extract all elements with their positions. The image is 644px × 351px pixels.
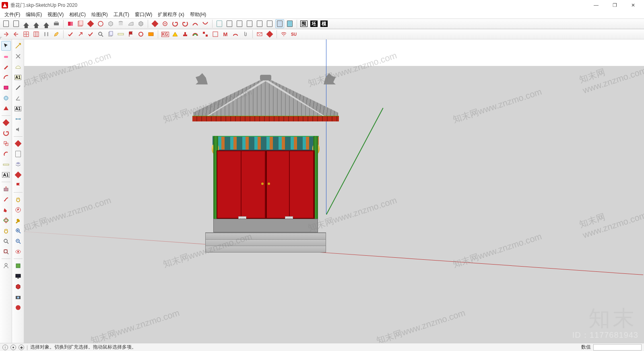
- status-geo-icon[interactable]: ◆: [19, 345, 24, 350]
- tool-print[interactable]: [52, 19, 61, 28]
- style-8-icon[interactable]: [285, 19, 294, 28]
- style-3-icon[interactable]: [235, 19, 244, 28]
- ext-dims-icon[interactable]: [13, 114, 23, 124]
- tool-open[interactable]: [12, 19, 21, 28]
- tb2-grid3-icon[interactable]: [211, 30, 220, 39]
- tb2-edit-icon[interactable]: [52, 30, 61, 39]
- ext-zoomminus-icon[interactable]: [13, 236, 23, 246]
- ext-stack-icon[interactable]: [13, 160, 23, 169]
- tb2-pillars-icon[interactable]: [42, 30, 51, 39]
- text-box-3[interactable]: 模: [320, 19, 328, 28]
- tool-pushpull[interactable]: [1, 184, 11, 194]
- menu-window[interactable]: 窗口(W): [132, 11, 155, 18]
- tool-house-line[interactable]: [42, 19, 51, 28]
- menu-file[interactable]: 文件(F): [2, 11, 23, 18]
- tool-new[interactable]: [2, 19, 10, 28]
- tb2-arrow-ne-icon[interactable]: [76, 30, 85, 39]
- ext-zoomplus-icon[interactable]: [13, 226, 23, 236]
- window-minimize-button[interactable]: —: [587, 0, 605, 10]
- tool-book-icon[interactable]: [66, 19, 75, 28]
- tool-refresh-icon[interactable]: [171, 19, 180, 28]
- tool-curve-icon[interactable]: [191, 19, 200, 28]
- tool-select[interactable]: [1, 41, 11, 51]
- ext-cube-icon[interactable]: [13, 282, 23, 291]
- ext-protractor-icon[interactable]: [13, 62, 23, 72]
- ext-diamond-icon[interactable]: [13, 139, 23, 148]
- tb2-stamp-icon[interactable]: [181, 30, 190, 39]
- status-user-icon[interactable]: ●: [10, 345, 16, 350]
- tool-pan[interactable]: [1, 226, 11, 236]
- ext-camera-icon[interactable]: [13, 292, 23, 302]
- status-value-input[interactable]: [593, 344, 642, 351]
- text-box-1[interactable]: 围: [299, 19, 308, 28]
- style-5-icon[interactable]: [255, 19, 264, 28]
- ext-wrench-icon[interactable]: [13, 216, 23, 225]
- ext-angle-icon[interactable]: [13, 93, 23, 103]
- tb2-grid2-icon[interactable]: [32, 30, 41, 39]
- tb2-tri-icon[interactable]: [171, 30, 180, 39]
- tb2-arrow-in-icon[interactable]: [12, 30, 21, 39]
- ext-hand-icon[interactable]: [13, 195, 23, 204]
- tb2-arrow-out-icon[interactable]: [2, 30, 10, 39]
- tb2-rect-icon[interactable]: [147, 30, 155, 39]
- tb2-gridM-icon[interactable]: M: [221, 30, 230, 39]
- style-6-icon[interactable]: [265, 19, 274, 28]
- menu-edit[interactable]: 编辑(E): [23, 11, 45, 18]
- tool-curve2-icon[interactable]: [201, 19, 210, 28]
- tb2-check2-icon[interactable]: [86, 30, 95, 39]
- tb2-copy-icon[interactable]: [106, 30, 115, 39]
- tool-eraser[interactable]: [1, 51, 11, 61]
- tool-sheet-icon[interactable]: [126, 19, 135, 28]
- menu-camera[interactable]: 相机(C): [66, 11, 89, 18]
- tb2-squares-icon[interactable]: [201, 30, 210, 39]
- ext-eye-icon[interactable]: [13, 247, 23, 257]
- ext-book-icon[interactable]: [13, 261, 23, 271]
- tb2-ruler-icon[interactable]: [116, 30, 125, 39]
- tool-paint[interactable]: [1, 205, 11, 215]
- tool-polygon[interactable]: [1, 104, 11, 113]
- ext-compass-icon[interactable]: [13, 205, 23, 215]
- tool-box3d-icon[interactable]: [106, 19, 115, 28]
- tb2-circle-icon[interactable]: [136, 30, 145, 39]
- tb2-zoom-icon[interactable]: [96, 30, 105, 39]
- tb2-wifi-icon[interactable]: [279, 30, 288, 39]
- tool-tape[interactable]: [1, 160, 11, 169]
- tool-rectangle[interactable]: [1, 83, 11, 92]
- viewport-3d[interactable]: 知末网www.znzmo.com 知末网www.znzmo.com 知末网www…: [24, 39, 644, 343]
- tool-cylinder-icon[interactable]: [116, 19, 125, 28]
- tb2-su-icon[interactable]: SU: [289, 30, 298, 39]
- style-1-icon[interactable]: [215, 19, 224, 28]
- tb2-check-icon[interactable]: [66, 30, 75, 39]
- ext-label-a1-icon[interactable]: A1: [13, 72, 23, 82]
- style-4-icon[interactable]: [245, 19, 254, 28]
- tb2-flag-icon[interactable]: [126, 30, 135, 39]
- window-maximize-button[interactable]: ❐: [605, 0, 624, 10]
- ext-redflag-icon[interactable]: [13, 181, 23, 190]
- menu-tools[interactable]: 工具(T): [111, 11, 132, 18]
- tool-rotate[interactable]: [1, 128, 11, 138]
- tool-poly-icon[interactable]: [136, 19, 145, 28]
- ext-monitor-icon[interactable]: [13, 271, 23, 281]
- menu-ext[interactable]: 扩展程序 (x): [155, 11, 187, 18]
- tool-scale[interactable]: [1, 139, 11, 148]
- style-7-icon[interactable]: [275, 19, 284, 28]
- tool-zoom[interactable]: [1, 236, 11, 246]
- style-2-icon[interactable]: [225, 19, 234, 28]
- status-info-icon[interactable]: i: [2, 345, 8, 350]
- tool-house-open[interactable]: [32, 19, 41, 28]
- tool-move[interactable]: [1, 118, 11, 127]
- ext-scissors-icon[interactable]: [13, 51, 23, 61]
- tool-target-icon[interactable]: [161, 19, 169, 28]
- tool-orbit-icon[interactable]: [96, 19, 105, 28]
- tb2-clip-icon[interactable]: [241, 30, 250, 39]
- tool-person-icon[interactable]: [1, 261, 11, 271]
- tool-pushpull-icon[interactable]: [86, 19, 95, 28]
- tool-circle[interactable]: [1, 93, 11, 103]
- tool-pages-icon[interactable]: [76, 19, 85, 28]
- menu-help[interactable]: 帮助(H): [187, 11, 209, 18]
- tb2-diamond-icon[interactable]: [265, 30, 274, 39]
- tool-offset[interactable]: [1, 149, 11, 159]
- window-close-button[interactable]: ✕: [624, 0, 642, 10]
- model-chuihuamen[interactable]: [193, 72, 338, 252]
- tool-pencil[interactable]: [1, 62, 11, 72]
